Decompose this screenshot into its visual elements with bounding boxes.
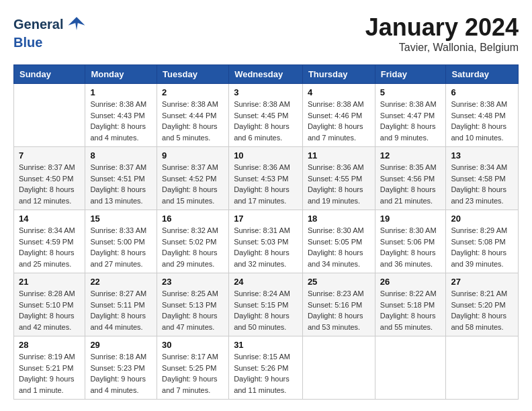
day-number: 3 bbox=[234, 87, 298, 97]
calendar-cell: 19Sunrise: 8:30 AMSunset: 5:06 PMDayligh… bbox=[375, 210, 446, 273]
calendar-cell: 27Sunrise: 8:21 AMSunset: 5:20 PMDayligh… bbox=[446, 273, 519, 336]
title-block: January 2024 Tavier, Wallonia, Belgium bbox=[365, 13, 519, 54]
day-number: 14 bbox=[19, 214, 80, 224]
calendar-cell: 4Sunrise: 8:38 AMSunset: 4:46 PMDaylight… bbox=[302, 84, 375, 147]
cell-info: Sunrise: 8:29 AMSunset: 5:08 PMDaylight:… bbox=[451, 225, 513, 269]
cell-info: Sunrise: 8:36 AMSunset: 4:53 PMDaylight:… bbox=[234, 162, 298, 206]
cell-info: Sunrise: 8:38 AMSunset: 4:43 PMDaylight:… bbox=[90, 99, 152, 143]
cell-info: Sunrise: 8:38 AMSunset: 4:44 PMDaylight:… bbox=[162, 99, 224, 143]
cell-info: Sunrise: 8:34 AMSunset: 4:58 PMDaylight:… bbox=[451, 162, 513, 206]
day-number: 19 bbox=[380, 214, 441, 224]
day-number: 11 bbox=[308, 150, 370, 161]
calendar-cell: 26Sunrise: 8:22 AMSunset: 5:18 PMDayligh… bbox=[375, 273, 446, 336]
day-number: 26 bbox=[380, 277, 441, 287]
calendar-cell: 25Sunrise: 8:23 AMSunset: 5:16 PMDayligh… bbox=[302, 273, 375, 336]
cell-info: Sunrise: 8:30 AMSunset: 5:06 PMDaylight:… bbox=[380, 225, 441, 269]
cell-info: Sunrise: 8:17 AMSunset: 5:25 PMDaylight:… bbox=[162, 351, 224, 396]
week-row-1: 1Sunrise: 8:38 AMSunset: 4:43 PMDaylight… bbox=[14, 84, 519, 147]
calendar-cell: 9Sunrise: 8:37 AMSunset: 4:52 PMDaylight… bbox=[157, 147, 229, 210]
calendar-cell: 8Sunrise: 8:37 AMSunset: 4:51 PMDaylight… bbox=[85, 147, 157, 210]
day-number: 6 bbox=[451, 87, 513, 97]
logo: General Blue bbox=[13, 13, 87, 50]
calendar-cell: 14Sunrise: 8:34 AMSunset: 4:59 PMDayligh… bbox=[14, 210, 85, 273]
calendar-cell: 11Sunrise: 8:36 AMSunset: 4:55 PMDayligh… bbox=[302, 147, 375, 210]
weekday-header-sunday: Sunday bbox=[14, 65, 85, 84]
calendar-cell: 20Sunrise: 8:29 AMSunset: 5:08 PMDayligh… bbox=[446, 210, 519, 273]
cell-info: Sunrise: 8:18 AMSunset: 5:23 PMDaylight:… bbox=[90, 351, 152, 396]
logo-bird-icon bbox=[66, 13, 87, 35]
cell-info: Sunrise: 8:37 AMSunset: 4:52 PMDaylight:… bbox=[162, 162, 224, 206]
week-row-5: 28Sunrise: 8:19 AMSunset: 5:21 PMDayligh… bbox=[14, 336, 519, 400]
weekday-header-tuesday: Tuesday bbox=[157, 65, 229, 84]
day-number: 7 bbox=[19, 150, 80, 161]
calendar-cell bbox=[14, 84, 85, 147]
day-number: 2 bbox=[162, 87, 224, 97]
cell-info: Sunrise: 8:38 AMSunset: 4:45 PMDaylight:… bbox=[234, 99, 298, 143]
day-number: 4 bbox=[308, 87, 370, 97]
page-header: General Blue January 2024 Tavier, Wallon… bbox=[13, 13, 519, 54]
day-number: 8 bbox=[90, 150, 152, 161]
week-row-2: 7Sunrise: 8:37 AMSunset: 4:50 PMDaylight… bbox=[14, 147, 519, 210]
cell-info: Sunrise: 8:36 AMSunset: 4:55 PMDaylight:… bbox=[308, 162, 370, 206]
cell-info: Sunrise: 8:37 AMSunset: 4:50 PMDaylight:… bbox=[19, 162, 80, 206]
day-number: 13 bbox=[451, 150, 513, 161]
cell-info: Sunrise: 8:33 AMSunset: 5:00 PMDaylight:… bbox=[90, 225, 152, 269]
weekday-header-thursday: Thursday bbox=[302, 65, 375, 84]
logo-blue: Blue bbox=[13, 35, 42, 50]
calendar-cell: 10Sunrise: 8:36 AMSunset: 4:53 PMDayligh… bbox=[229, 147, 303, 210]
cell-info: Sunrise: 8:21 AMSunset: 5:20 PMDaylight:… bbox=[451, 288, 513, 332]
calendar-cell: 5Sunrise: 8:38 AMSunset: 4:47 PMDaylight… bbox=[375, 84, 446, 147]
calendar-cell: 15Sunrise: 8:33 AMSunset: 5:00 PMDayligh… bbox=[85, 210, 157, 273]
day-number: 12 bbox=[380, 150, 441, 161]
cell-info: Sunrise: 8:31 AMSunset: 5:03 PMDaylight:… bbox=[234, 225, 298, 269]
day-number: 29 bbox=[90, 340, 152, 350]
calendar-cell: 30Sunrise: 8:17 AMSunset: 5:25 PMDayligh… bbox=[157, 336, 229, 400]
calendar-cell: 29Sunrise: 8:18 AMSunset: 5:23 PMDayligh… bbox=[85, 336, 157, 400]
weekday-header-friday: Friday bbox=[375, 65, 446, 84]
cell-info: Sunrise: 8:25 AMSunset: 5:13 PMDaylight:… bbox=[162, 288, 224, 332]
cell-info: Sunrise: 8:22 AMSunset: 5:18 PMDaylight:… bbox=[380, 288, 441, 332]
calendar-cell: 1Sunrise: 8:38 AMSunset: 4:43 PMDaylight… bbox=[85, 84, 157, 147]
calendar-cell: 16Sunrise: 8:32 AMSunset: 5:02 PMDayligh… bbox=[157, 210, 229, 273]
calendar-cell: 21Sunrise: 8:28 AMSunset: 5:10 PMDayligh… bbox=[14, 273, 85, 336]
calendar-cell: 6Sunrise: 8:38 AMSunset: 4:48 PMDaylight… bbox=[446, 84, 519, 147]
calendar-cell: 18Sunrise: 8:30 AMSunset: 5:05 PMDayligh… bbox=[302, 210, 375, 273]
cell-info: Sunrise: 8:28 AMSunset: 5:10 PMDaylight:… bbox=[19, 288, 80, 332]
calendar-cell: 7Sunrise: 8:37 AMSunset: 4:50 PMDaylight… bbox=[14, 147, 85, 210]
calendar-cell: 31Sunrise: 8:15 AMSunset: 5:26 PMDayligh… bbox=[229, 336, 303, 400]
location: Tavier, Wallonia, Belgium bbox=[365, 42, 519, 54]
week-row-4: 21Sunrise: 8:28 AMSunset: 5:10 PMDayligh… bbox=[14, 273, 519, 336]
month-title: January 2024 bbox=[365, 13, 519, 42]
day-number: 24 bbox=[234, 277, 298, 287]
week-row-3: 14Sunrise: 8:34 AMSunset: 4:59 PMDayligh… bbox=[14, 210, 519, 273]
calendar-cell: 3Sunrise: 8:38 AMSunset: 4:45 PMDaylight… bbox=[229, 84, 303, 147]
cell-info: Sunrise: 8:32 AMSunset: 5:02 PMDaylight:… bbox=[162, 225, 224, 269]
cell-info: Sunrise: 8:38 AMSunset: 4:48 PMDaylight:… bbox=[451, 99, 513, 143]
calendar-table: SundayMondayTuesdayWednesdayThursdayFrid… bbox=[13, 64, 519, 400]
cell-info: Sunrise: 8:37 AMSunset: 4:51 PMDaylight:… bbox=[90, 162, 152, 206]
calendar-cell: 13Sunrise: 8:34 AMSunset: 4:58 PMDayligh… bbox=[446, 147, 519, 210]
cell-info: Sunrise: 8:24 AMSunset: 5:15 PMDaylight:… bbox=[234, 288, 298, 332]
day-number: 10 bbox=[234, 150, 298, 161]
weekday-header-wednesday: Wednesday bbox=[229, 65, 303, 84]
day-number: 22 bbox=[90, 277, 152, 287]
calendar-cell: 17Sunrise: 8:31 AMSunset: 5:03 PMDayligh… bbox=[229, 210, 303, 273]
cell-info: Sunrise: 8:34 AMSunset: 4:59 PMDaylight:… bbox=[19, 225, 80, 269]
day-number: 18 bbox=[308, 214, 370, 224]
day-number: 21 bbox=[19, 277, 80, 287]
calendar-cell: 12Sunrise: 8:35 AMSunset: 4:56 PMDayligh… bbox=[375, 147, 446, 210]
cell-info: Sunrise: 8:35 AMSunset: 4:56 PMDaylight:… bbox=[380, 162, 441, 206]
day-number: 28 bbox=[19, 340, 80, 350]
day-number: 16 bbox=[162, 214, 224, 224]
calendar-cell: 22Sunrise: 8:27 AMSunset: 5:11 PMDayligh… bbox=[85, 273, 157, 336]
cell-info: Sunrise: 8:23 AMSunset: 5:16 PMDaylight:… bbox=[308, 288, 370, 332]
weekday-header-monday: Monday bbox=[85, 65, 157, 84]
logo-general: General bbox=[13, 17, 63, 32]
calendar-cell bbox=[302, 336, 375, 400]
day-number: 31 bbox=[234, 340, 298, 350]
cell-info: Sunrise: 8:38 AMSunset: 4:47 PMDaylight:… bbox=[380, 99, 441, 143]
cell-info: Sunrise: 8:30 AMSunset: 5:05 PMDaylight:… bbox=[308, 225, 370, 269]
cell-info: Sunrise: 8:27 AMSunset: 5:11 PMDaylight:… bbox=[90, 288, 152, 332]
day-number: 17 bbox=[234, 214, 298, 224]
day-number: 20 bbox=[451, 214, 513, 224]
